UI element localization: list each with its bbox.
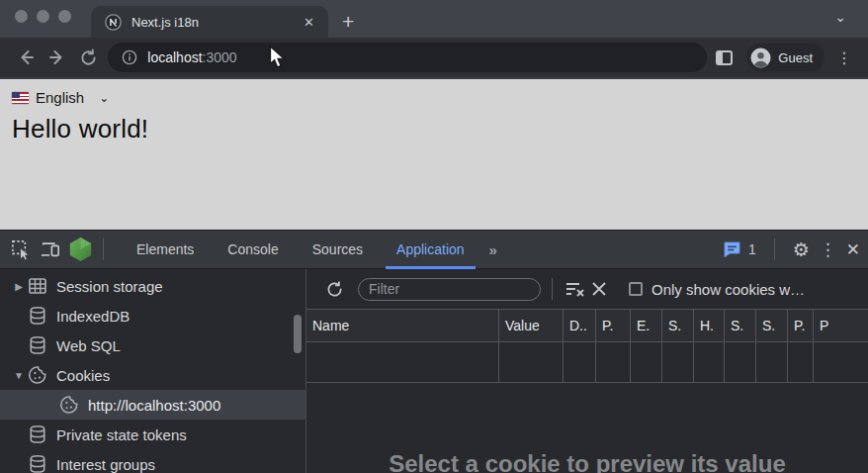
empty-cell-e [631,342,662,382]
empty-cell-s [756,342,788,382]
column-header-s[interactable]: S. [725,310,756,341]
empty-cell-p [596,342,631,382]
column-header-p[interactable]: P. [596,310,631,341]
nodejs-icon[interactable] [65,236,95,262]
application-panel: ▶Session storageIndexedDBWeb SQL▼Cookies… [0,269,868,473]
empty-cell-name [306,342,499,382]
devtools-tab-console[interactable]: Console [211,231,295,269]
profile-button[interactable]: Guest [746,44,825,71]
toolbar-divider [774,238,775,260]
devtools-panel: ElementsConsoleSourcesApplication » 1 ⚙ … [0,230,868,473]
database-icon [28,335,47,355]
zoom-window-button[interactable] [58,10,71,23]
issues-count: 1 [748,241,756,257]
tab-strip: Next.js i18n ✕ + ⌄ [0,0,868,38]
column-header-name[interactable]: Name [306,310,499,341]
cookies-table-empty-row [306,342,868,383]
sidebar-scrollbar[interactable] [294,315,302,353]
browser-menu-icon[interactable]: ⋮ [830,48,858,67]
us-flag-icon [12,92,29,104]
toolbar-divider [552,278,553,300]
tab-close-icon[interactable]: ✕ [300,14,318,31]
sidebar-item-label: Interest groups [56,456,155,473]
new-tab-button[interactable]: + [342,11,354,32]
language-selector[interactable]: English ⌄ [12,89,109,106]
database-icon [28,454,47,473]
mouse-cursor [269,46,286,69]
browser-tab[interactable]: Next.js i18n ✕ [91,6,328,38]
column-header-s[interactable]: S. [662,310,694,341]
devtools-toolbar: ElementsConsoleSourcesApplication » 1 ⚙ … [0,231,868,269]
sidebar-item-label: IndexedDB [56,308,130,325]
cookie-icon [59,395,79,415]
sidebar-item-indexeddb[interactable]: IndexedDB [0,301,305,331]
delete-all-icon[interactable] [587,276,611,302]
browser-window: Next.js i18n ✕ + ⌄ localhost:3000 [0,0,868,473]
cookies-panel: Only show cookies w… NameValueD..P.E.S.H… [306,269,868,473]
tree-expanded-arrow-icon[interactable]: ▼ [12,370,26,381]
settings-gear-icon[interactable]: ⚙ [793,240,810,259]
sidebar-item-interest-groups[interactable]: Interest groups [0,449,305,473]
database-icon [28,425,47,444]
language-label: English [36,89,84,106]
cookie-preview-message: Select a cookie to preview its value [389,450,786,473]
minimize-window-button[interactable] [37,10,49,23]
column-header-e[interactable]: E. [631,310,662,341]
sidebar-item-label: Session storage [56,278,163,295]
url-host: localhost [147,49,202,65]
inspect-element-icon[interactable] [6,236,36,262]
device-toolbar-icon[interactable] [36,236,65,262]
back-button[interactable] [10,43,42,72]
empty-cell-h [694,342,725,382]
close-window-button[interactable] [15,10,28,23]
address-bar[interactable]: localhost:3000 [108,43,707,72]
column-header-s[interactable]: S. [756,310,788,341]
cookie-icon [28,365,47,385]
page-heading: Hello world! [12,114,856,144]
sidebar-item-private-state-tokens[interactable]: Private state tokens [0,420,305,449]
devtools-tab-elements[interactable]: Elements [120,231,211,269]
column-header-p[interactable]: P. [788,310,814,341]
column-header-d[interactable]: D.. [564,310,596,341]
side-panel-button[interactable] [707,43,740,72]
sidebar-item-label: Private state tokens [56,426,187,443]
empty-cell-p [788,342,814,382]
devtools-tab-application[interactable]: Application [380,231,481,269]
column-header-h[interactable]: H. [694,310,725,341]
issues-counter[interactable]: 1 [723,241,756,258]
sidebar-item-session-storage[interactable]: ▶Session storage [0,271,305,301]
forward-button[interactable] [42,43,73,72]
clear-filter-icon[interactable] [564,276,587,302]
only-show-cookies-checkbox[interactable] [629,282,643,296]
devtools-menu-icon[interactable]: ⋮ [820,241,836,258]
toolbar-divider [103,238,104,260]
reload-button[interactable] [73,43,105,72]
traffic-lights[interactable] [15,10,71,23]
empty-cell-p [814,342,868,382]
refresh-icon[interactable] [322,276,346,302]
tree-collapsed-arrow-icon[interactable]: ▶ [12,281,26,292]
cookie-filter-input[interactable] [358,278,541,301]
devtools-tab-sources[interactable]: Sources [296,231,380,269]
site-info-icon[interactable] [122,49,137,65]
tab-search-chevron-icon[interactable]: ⌄ [834,9,846,25]
language-chevron-icon: ⌄ [99,91,109,105]
browser-toolbar: localhost:3000 Guest ⋮ [0,38,868,79]
sidebar-item-http-localhost-3000[interactable]: http://localhost:3000 [0,390,305,420]
issues-bubble-icon [723,241,741,258]
sidebar-item-label: Web SQL [56,337,121,354]
column-header-p[interactable]: P [814,310,868,341]
more-tabs-icon[interactable]: » [481,241,504,258]
sidebar-item-label: Cookies [56,367,110,384]
sidebar-item-web-sql[interactable]: Web SQL [0,331,305,360]
url-port: :3000 [203,49,237,65]
column-header-value[interactable]: Value [499,310,564,341]
only-show-cookies-label: Only show cookies w… [651,281,805,298]
application-sidebar: ▶Session storageIndexedDBWeb SQL▼Cookies… [0,269,306,473]
empty-cell-d [564,342,596,382]
devtools-tabs: ElementsConsoleSourcesApplication [120,231,481,269]
toolbar-right-cluster: Guest ⋮ [707,43,858,72]
cookies-table-header: NameValueD..P.E.S.H.S.S.P.P [306,309,868,342]
devtools-close-icon[interactable]: ✕ [846,241,860,258]
sidebar-item-cookies[interactable]: ▼Cookies [0,360,305,390]
